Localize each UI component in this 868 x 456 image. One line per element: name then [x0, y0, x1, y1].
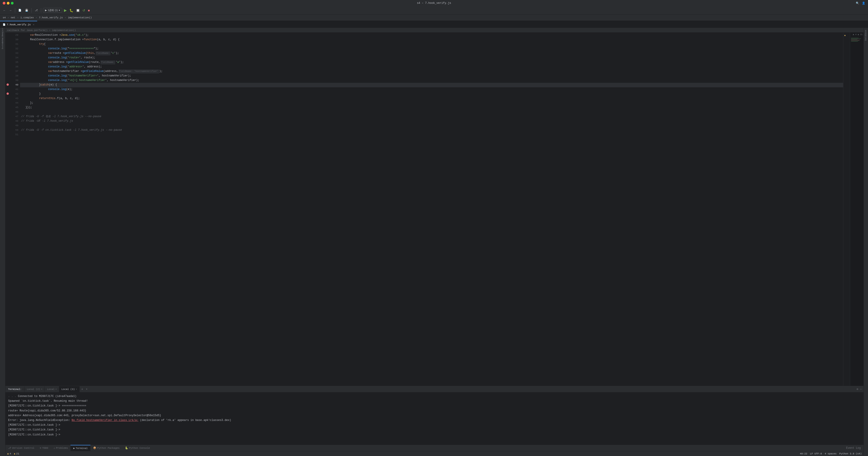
code-line-32: console . log ("==============="); — [20, 47, 843, 51]
bottom-tab-python-console[interactable]: 🐍 Python Console — [122, 445, 153, 451]
todo-icon: ≡ — [40, 447, 41, 450]
terminal-tab-close-3[interactable]: ✕ — [76, 388, 77, 391]
code-line-29: var RealConnection = Java . use (' uk.c … — [20, 33, 843, 37]
line-num-42: 42 — [10, 92, 18, 96]
line-num-37: 37 — [10, 69, 18, 74]
line-num-29: 29 — [10, 33, 18, 37]
terminal-dropdown[interactable]: ▾ — [85, 386, 88, 392]
run-button[interactable]: ▶ — [63, 8, 68, 13]
debug-button[interactable]: 🐛 — [68, 8, 74, 13]
line-num-31: 31 — [10, 42, 18, 47]
nav-1complex[interactable]: 1.complex — [20, 16, 35, 20]
bookmarks-icon[interactable]: Bookmarks — [1, 41, 5, 46]
terminal-add-button[interactable]: + — [80, 386, 85, 392]
run-config-icon: ▶ — [45, 9, 47, 12]
tab-icon: 📄 — [3, 23, 5, 26]
tabs-bar: 📄 7.hook_verify.js ✕ — [0, 21, 868, 28]
terminal-close-icon[interactable]: — — [860, 388, 862, 391]
scrollmap[interactable]: ▲ 4 ▲ 21 — [850, 33, 864, 386]
warning-icon: ▲ — [7, 452, 9, 455]
line-num-50: 50 — [10, 128, 18, 133]
bottom-tab-right: Event Log — [846, 445, 864, 451]
breakpoint-42[interactable] — [6, 92, 9, 95]
indent-status[interactable]: 4 spaces — [825, 452, 837, 455]
terminal-icon: ▶ — [73, 447, 75, 450]
terminal-tab-local[interactable]: Local ✕ — [45, 386, 59, 392]
breakpoint-40[interactable] — [6, 83, 9, 86]
stop-button[interactable]: ■ — [87, 8, 91, 13]
terminal-label: Terminal: — [5, 386, 24, 392]
terminal-settings-icon[interactable]: ⚙ — [857, 388, 858, 391]
code-line-50: // frida -U -f cn.ticktick.task -l 7.hoo… — [20, 128, 843, 133]
errors-status[interactable]: ▲ 21 — [14, 452, 19, 455]
code-line-38: console . log (' hostnameVerifier= ', ho… — [20, 74, 843, 78]
bottom-tab-todo[interactable]: ≡ TODO — [37, 445, 51, 451]
bottom-tab-python-packages[interactable]: 📦 Python Packages — [90, 445, 122, 451]
nav-net[interactable]: net — [10, 16, 16, 20]
new-file-button[interactable]: 📄 — [17, 8, 23, 12]
minimize-button[interactable] — [7, 2, 9, 4]
tab-close-icon[interactable]: ✕ — [33, 23, 34, 26]
event-log-link[interactable]: Event Log — [846, 447, 861, 450]
code-line-40: } catch (e) { — [20, 83, 843, 87]
line-num-41: 41 — [10, 87, 18, 92]
back-button[interactable]: ← — [2, 8, 7, 12]
run-config-button[interactable]: ▶ 1进程 (1) ▾ — [43, 8, 62, 13]
code-lines[interactable]: var RealConnection = Java . use (' uk.c … — [20, 33, 843, 386]
code-content: 29 30 31 32 33 34 35 36 37 38 39 40 41 4… — [5, 33, 864, 386]
code-line-30: RealConnection.f.implementation = functi… — [20, 37, 843, 42]
forward-button[interactable]: → — [8, 8, 13, 12]
python-packages-icon: 📦 — [93, 447, 96, 450]
window-controls[interactable] — [3, 2, 13, 4]
nav-bar: s4 › net › 1.complex › 7.hook_verify.js … — [0, 15, 868, 21]
python-status[interactable]: Python 3.8 (s4) — [839, 452, 862, 455]
bottom-tab-problems[interactable]: ⚠ Problems — [51, 445, 70, 451]
line-num-43: 43 — [10, 96, 18, 101]
left-sidebar: Project Structure Bookmarks — [0, 28, 5, 456]
terminal-tabs: Terminal: Local (2) ✕ Local ✕ Local (3) … — [5, 386, 864, 393]
error-triangle-icon: ▲ — [14, 452, 16, 455]
nav-function[interactable]: implementation() — [67, 16, 93, 20]
coverage-button[interactable]: 🔲 — [75, 8, 81, 13]
terminal-content: . . . Connected to M2007J17C (id=a47aada… — [5, 393, 864, 445]
terminal-tab-local3[interactable]: Local (3) ✕ — [59, 386, 80, 392]
database-icon[interactable]: Database — [865, 30, 867, 41]
run-config-label: 1进程 (1) — [48, 8, 58, 12]
breadcrumb: callback for Java.perform() › implementa… — [7, 29, 76, 32]
tab-hook-verify[interactable]: 📄 7.hook_verify.js ✕ — [0, 21, 37, 28]
title-bar: s4 – 7.hook_verify.js 🔍 👤 — [0, 0, 868, 6]
terminal-tab-close-1[interactable]: ✕ — [41, 388, 42, 391]
line-num-51: 51 — [10, 133, 18, 137]
line-num-34: 34 — [10, 56, 18, 60]
warning-indicator: ▲ — [844, 33, 849, 37]
code-line-33: var route = getFieldValue ( this , field… — [20, 51, 843, 56]
line-num-44: 44 — [10, 101, 18, 106]
maximize-button[interactable] — [11, 2, 13, 4]
main-content: Project Structure Bookmarks callback for… — [0, 28, 868, 456]
save-button[interactable]: 💾 — [24, 8, 30, 12]
chevron-down-icon: ▾ — [59, 9, 60, 12]
close-button[interactable] — [3, 2, 5, 4]
profile-icon[interactable]: 👤 — [862, 2, 865, 5]
terminal-line-7: [M2007J17C::cn.ticktick.task ]-> — [8, 428, 861, 432]
search-icon[interactable]: 🔍 — [856, 2, 859, 5]
terminal-tab-close-2[interactable]: ✕ — [55, 388, 57, 391]
terminal-tab-local2[interactable]: Local (2) ✕ — [24, 386, 45, 392]
code-line-51 — [20, 133, 843, 137]
nav-s4[interactable]: s4 — [2, 16, 6, 20]
title-bar-right: 🔍 👤 — [856, 2, 865, 5]
warnings-status[interactable]: ▲ 4 — [7, 452, 11, 455]
line-num-48: 48 — [10, 119, 18, 123]
code-line-47: // frida -U -f 包名 -l 7.hook_verify.js --… — [20, 114, 843, 119]
code-editor: callback for Java.perform() › implementa… — [5, 28, 864, 386]
tab-label: 7.hook_verify.js — [7, 23, 31, 26]
git-button[interactable]: ⎇ — [33, 8, 39, 12]
encoding-status[interactable]: LF UTF-8 — [810, 452, 822, 455]
editor-gutter-right: ▲ — [843, 33, 850, 386]
nav-filename[interactable]: 7.hook_verify.js — [38, 16, 64, 20]
bottom-tab-version-control[interactable]: ⎇ Version Control — [5, 445, 37, 451]
bottom-tab-terminal[interactable]: ▶ Terminal — [70, 445, 90, 451]
line-num-39: 39 — [10, 78, 18, 83]
rerun-button[interactable]: ↺ — [82, 8, 86, 13]
toolbar-separator-1 — [15, 8, 15, 13]
